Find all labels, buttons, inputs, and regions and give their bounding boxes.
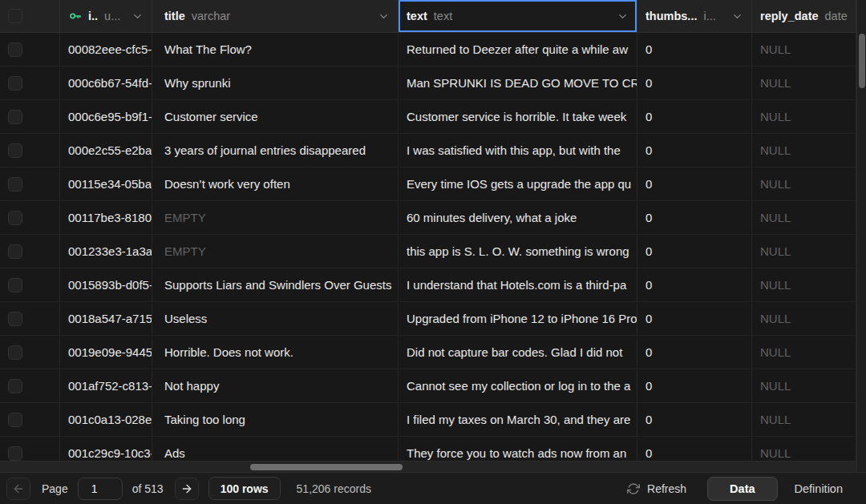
cell-reply-date[interactable]: NULL xyxy=(752,235,856,268)
row-checkbox[interactable] xyxy=(8,244,22,259)
column-header-id[interactable]: i.. u... xyxy=(60,0,152,32)
cell-thumbs[interactable]: 0 xyxy=(637,134,752,167)
cell-text[interactable]: Customer service is horrible. It take we… xyxy=(399,100,637,134)
page-number-input[interactable] xyxy=(78,478,123,500)
row-checkbox[interactable] xyxy=(8,413,22,427)
cell-thumbs[interactable]: 0 xyxy=(637,33,752,67)
row-checkbox[interactable] xyxy=(8,345,22,360)
cell-text[interactable]: Did not capture bar codes. Glad I did no… xyxy=(399,336,637,369)
cell-thumbs[interactable]: 0 xyxy=(637,235,752,268)
column-header-title[interactable]: title varchar xyxy=(152,0,399,32)
cell-text[interactable]: Man SPRUNKI IS DEAD GO MOVE TO CR xyxy=(399,67,637,100)
cell-title[interactable]: Doesn’t work very often xyxy=(152,167,399,201)
column-type: varchar xyxy=(192,10,230,22)
cell-title[interactable]: Supports Liars and Swindlers Over Guests xyxy=(152,268,399,302)
column-header-text-selected[interactable]: text text xyxy=(399,0,637,32)
cell-id[interactable]: 000e2c55-e2ba- xyxy=(60,134,152,167)
table-row: 0018a547-a715-4 Useless Upgraded from iP… xyxy=(0,302,856,336)
cell-title[interactable]: EMPTY xyxy=(152,235,399,268)
cell-text[interactable]: Every time IOS gets a upgrade the app qu xyxy=(399,167,637,201)
row-checkbox[interactable] xyxy=(8,312,22,326)
cell-title[interactable]: What The Flow? xyxy=(152,33,399,67)
row-checkbox[interactable] xyxy=(8,177,22,192)
row-checkbox[interactable] xyxy=(8,110,22,124)
cell-title[interactable]: Horrible. Does not work. xyxy=(152,336,399,369)
select-all-checkbox[interactable] xyxy=(8,9,22,23)
row-checkbox[interactable] xyxy=(8,143,22,158)
horizontal-scrollbar[interactable] xyxy=(0,461,856,472)
row-checkbox[interactable] xyxy=(8,42,22,57)
cell-reply-date[interactable]: NULL xyxy=(752,100,856,134)
cell-id[interactable]: 001af752-c813-4 xyxy=(60,369,152,403)
chevron-down-icon[interactable] xyxy=(132,10,144,22)
column-header-thumbs[interactable]: thumbs... i... xyxy=(637,0,752,32)
cell-text[interactable]: I filed my taxes on March 30, and they a… xyxy=(399,403,637,437)
cell-id[interactable]: 001233e3-1a3a- xyxy=(60,235,152,268)
cell-reply-date[interactable]: NULL xyxy=(752,268,856,302)
cell-thumbs[interactable]: 0 xyxy=(637,268,752,302)
previous-page-button[interactable] xyxy=(6,478,30,500)
cell-title[interactable]: Useless xyxy=(152,302,399,336)
refresh-button[interactable]: Refresh xyxy=(627,482,686,495)
cell-title[interactable]: Taking too long xyxy=(152,403,399,437)
cell-id[interactable]: 00117be3-8180- xyxy=(60,201,152,235)
cell-id[interactable]: 0019e09e-9445- xyxy=(60,336,152,369)
cell-title[interactable]: Why sprunki xyxy=(152,67,399,100)
cell-reply-date[interactable]: NULL xyxy=(752,201,856,235)
vertical-scrollbar[interactable] xyxy=(856,0,866,472)
cell-id[interactable]: 000c6b67-54fd- xyxy=(60,67,152,100)
cell-id[interactable]: 00115e34-05ba- xyxy=(60,167,152,201)
cell-thumbs[interactable]: 0 xyxy=(637,167,752,201)
column-header-reply-date[interactable]: reply_date date xyxy=(752,0,856,32)
row-checkbox[interactable] xyxy=(8,278,22,292)
cell-text[interactable]: Returned to Deezer after quite a while a… xyxy=(399,33,637,67)
cell-reply-date[interactable]: NULL xyxy=(752,403,856,437)
vertical-scrollbar-thumb[interactable] xyxy=(859,34,865,88)
row-checkbox[interactable] xyxy=(8,446,22,461)
cell-reply-date[interactable]: NULL xyxy=(752,33,856,67)
cell-title[interactable]: EMPTY xyxy=(152,201,399,235)
cell-reply-date[interactable]: NULL xyxy=(752,134,856,167)
cell-text[interactable]: this app is S. L. O. W. something is wro… xyxy=(399,235,637,268)
cell-thumbs[interactable]: 0 xyxy=(637,67,752,100)
cell-reply-date[interactable]: NULL xyxy=(752,336,856,369)
row-checkbox[interactable] xyxy=(8,76,22,91)
cell-thumbs[interactable]: 0 xyxy=(637,302,752,336)
tab-definition[interactable]: Definition xyxy=(778,477,860,501)
horizontal-scrollbar-thumb[interactable] xyxy=(250,464,403,470)
row-checkbox[interactable] xyxy=(8,211,22,225)
cell-id[interactable]: 0015893b-d0f5- xyxy=(60,268,152,302)
cell-title[interactable]: 3 years of journal entries disappeared xyxy=(152,134,399,167)
cell-id[interactable]: 000c6e95-b9f1- xyxy=(60,100,152,134)
cell-id[interactable]: 001c0a13-028e- xyxy=(60,403,152,437)
cell-text[interactable]: I was satisfied with this app, but with … xyxy=(399,134,637,167)
chevron-down-icon[interactable] xyxy=(731,10,743,22)
cell-text[interactable]: 60 minutes delivery, what a joke xyxy=(399,201,637,235)
chevron-down-icon[interactable] xyxy=(378,10,390,22)
cell-reply-date[interactable]: NULL xyxy=(752,67,856,100)
rows-per-page-button[interactable]: 100 rows xyxy=(208,477,281,500)
column-name: reply_date xyxy=(760,10,819,22)
cell-thumbs[interactable]: 0 xyxy=(637,201,752,235)
cell-reply-date[interactable]: NULL xyxy=(752,369,856,403)
cell-thumbs[interactable]: 0 xyxy=(637,100,752,134)
cell-text[interactable]: Cannot see my collection or log in to th… xyxy=(399,369,637,403)
tab-data[interactable]: Data xyxy=(707,477,777,501)
row-checkbox[interactable] xyxy=(8,379,22,393)
next-page-button[interactable] xyxy=(175,478,199,500)
cell-text[interactable]: I understand that Hotels.com is a third-… xyxy=(399,268,637,302)
cell-thumbs[interactable]: 0 xyxy=(637,369,752,403)
cell-thumbs[interactable]: 0 xyxy=(637,403,752,437)
cell-text[interactable]: Upgraded from iPhone 12 to iPhone 16 Pro xyxy=(399,302,637,336)
cell-title[interactable]: Not happy xyxy=(152,369,399,403)
chevron-down-icon[interactable] xyxy=(617,10,629,22)
cell-title[interactable]: Customer service xyxy=(152,100,399,134)
row-select-cell xyxy=(0,67,60,100)
cell-reply-date[interactable]: NULL xyxy=(752,167,856,201)
cell-thumbs[interactable]: 0 xyxy=(637,336,752,369)
cell-reply-date[interactable]: NULL xyxy=(752,302,856,336)
cell-id[interactable]: 0018a547-a715-4 xyxy=(60,302,152,336)
row-select-cell xyxy=(0,100,60,134)
column-type: date xyxy=(825,10,848,22)
cell-id[interactable]: 00082eee-cfc5- xyxy=(60,33,152,67)
